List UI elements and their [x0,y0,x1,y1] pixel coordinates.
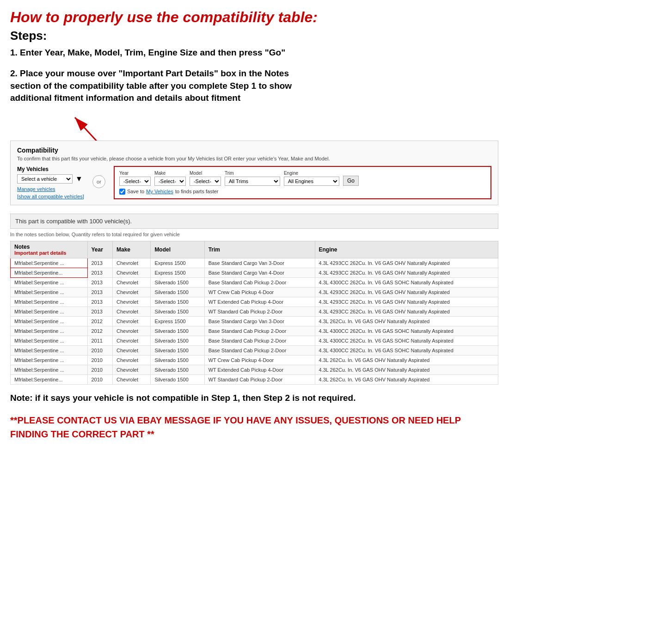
notes-cell[interactable]: Mfrlabel:Serpentine ... [11,258,88,268]
notes-cell[interactable]: Mfrlabel:Serpentine... [11,268,88,277]
model-cell: Silverado 1500 [151,326,204,336]
notes-cell[interactable]: Mfrlabel:Serpentine... [11,374,88,384]
table-row: Mfrlabel:Serpentine ... 2011 Chevrolet S… [11,336,498,345]
save-label: Save to [127,189,144,194]
engine-cell: 4.3L 4300CC 262Cu. In. V6 GAS SOHC Natur… [315,336,498,345]
engine-field: Engine All Engines [284,171,339,186]
trim-cell: Base Standard Cab Pickup 2-Door [204,336,315,345]
my-vehicles-link[interactable]: My Vehicles [146,189,173,194]
model-cell: Express 1500 [151,316,204,326]
engine-cell: 4.3L 4300CC 262Cu. In. V6 GAS SOHC Natur… [315,345,498,355]
go-button[interactable]: Go [343,176,359,186]
table-row: Mfrlabel:Serpentine ... 2012 Chevrolet S… [11,326,498,336]
engine-cell: 4.3L 262Cu. In. V6 GAS OHV Naturally Asp… [315,355,498,365]
year-cell: 2010 [87,374,112,384]
trim-field: Trim All Trims [225,171,280,186]
model-cell: Silverado 1500 [151,365,204,374]
model-select[interactable]: -Select- [190,177,221,186]
year-cell: 2013 [87,287,112,297]
make-label: Make [154,171,186,176]
trim-select[interactable]: All Trims [225,177,280,186]
save-checkbox[interactable] [119,189,125,195]
make-cell: Chevrolet [112,277,150,287]
table-row: Mfrlabel:Serpentine ... 2013 Chevrolet S… [11,307,498,316]
table-row: Mfrlabel:Serpentine ... 2013 Chevrolet S… [11,297,498,307]
notes-cell[interactable]: Mfrlabel:Serpentine ... [11,355,88,365]
table-row: Mfrlabel:Serpentine ... 2013 Chevrolet E… [11,258,498,268]
vehicle-select[interactable]: Select a vehicle [17,174,73,184]
make-select[interactable]: -Select- [154,177,186,186]
model-cell: Silverado 1500 [151,336,204,345]
make-cell: Chevrolet [112,374,150,384]
notes-cell[interactable]: Mfrlabel:Serpentine ... [11,287,88,297]
my-vehicles-label: My Vehicles [17,166,84,172]
table-row: Mfrlabel:Serpentine ... 2010 Chevrolet S… [11,355,498,365]
vehicle-select-arrow: ▼ [75,175,83,183]
col-engine: Engine [315,241,498,258]
col-model: Model [151,241,204,258]
trim-cell: Base Standard Cab Pickup 2-Door [204,326,315,336]
notes-cell[interactable]: Mfrlabel:Serpentine ... [11,277,88,287]
my-vehicles-section: My Vehicles Select a vehicle ▼ Manage ve… [17,166,84,199]
year-cell: 2013 [87,277,112,287]
year-cell: 2013 [87,297,112,307]
main-title: How to properly use the compatibility ta… [10,8,498,26]
ymm-section: Year -Select- Make -Select- Model -Selec… [114,166,491,199]
trim-cell: Base Standard Cargo Van 3-Door [204,258,315,268]
notes-cell[interactable]: Mfrlabel:Serpentine ... [11,307,88,316]
year-cell: 2010 [87,355,112,365]
table-row: Mfrlabel:Serpentine... 2013 Chevrolet Ex… [11,268,498,277]
make-cell: Chevrolet [112,355,150,365]
model-cell: Silverado 1500 [151,345,204,355]
trim-cell: Base Standard Cab Pickup 2-Door [204,345,315,355]
notes-cell[interactable]: Mfrlabel:Serpentine ... [11,297,88,307]
model-label: Model [190,171,221,176]
compat-title: Compatibility [17,147,491,154]
make-cell: Chevrolet [112,365,150,374]
year-field: Year -Select- [119,171,151,186]
notes-cell[interactable]: Mfrlabel:Serpentine ... [11,365,88,374]
model-cell: Express 1500 [151,268,204,277]
contact-text: **PLEASE CONTACT US VIA EBAY MESSAGE IF … [10,413,498,441]
year-cell: 2010 [87,345,112,355]
make-field: Make -Select- [154,171,186,186]
save-checkbox-row: Save to My Vehicles to finds parts faste… [119,189,486,195]
trim-label: Trim [225,171,280,176]
trim-cell: Base Standard Cargo Van 3-Door [204,316,315,326]
year-cell: 2012 [87,316,112,326]
make-cell: Chevrolet [112,345,150,355]
engine-cell: 4.3L 4300CC 262Cu. In. V6 GAS SOHC Natur… [315,326,498,336]
trim-cell: WT Crew Cab Pickup 4-Door [204,355,315,365]
make-cell: Chevrolet [112,297,150,307]
year-cell: 2012 [87,326,112,336]
year-select[interactable]: -Select- [119,177,151,186]
table-row: Mfrlabel:Serpentine ... 2013 Chevrolet S… [11,287,498,297]
make-cell: Chevrolet [112,268,150,277]
engine-cell: 4.3L 4293CC 262Cu. In. V6 GAS OHV Natura… [315,268,498,277]
make-cell: Chevrolet [112,287,150,297]
step-2-text: 2. Place your mouse over "Important Part… [10,67,498,104]
quantity-note: In the notes section below, Quantity ref… [10,232,498,237]
table-row: Mfrlabel:Serpentine ... 2012 Chevrolet E… [11,316,498,326]
steps-heading: Steps: [10,29,498,43]
engine-cell: 4.3L 262Cu. In. V6 GAS OHV Naturally Asp… [315,374,498,384]
engine-cell: 4.3L 4293CC 262Cu. In. V6 GAS OHV Natura… [315,307,498,316]
notes-cell[interactable]: Mfrlabel:Serpentine ... [11,326,88,336]
engine-cell: 4.3L 4293CC 262Cu. In. V6 GAS OHV Natura… [315,258,498,268]
compatibility-box: Compatibility To confirm that this part … [10,141,498,205]
notes-cell[interactable]: Mfrlabel:Serpentine ... [11,316,88,326]
important-part-label: Important part details [14,250,84,256]
engine-cell: 4.3L 262Cu. In. V6 GAS OHV Naturally Asp… [315,316,498,326]
engine-select[interactable]: All Engines [284,177,339,186]
engine-label: Engine [284,171,339,176]
model-cell: Silverado 1500 [151,297,204,307]
save-suffix: to finds parts faster [175,189,219,194]
make-cell: Chevrolet [112,336,150,345]
show-all-link[interactable]: [show all compatible vehicles] [17,194,84,199]
or-label: or [92,175,105,188]
manage-vehicles-link[interactable]: Manage vehicles [17,186,84,192]
notes-cell[interactable]: Mfrlabel:Serpentine ... [11,345,88,355]
model-field: Model -Select- [190,171,221,186]
make-cell: Chevrolet [112,316,150,326]
notes-cell[interactable]: Mfrlabel:Serpentine ... [11,336,88,345]
